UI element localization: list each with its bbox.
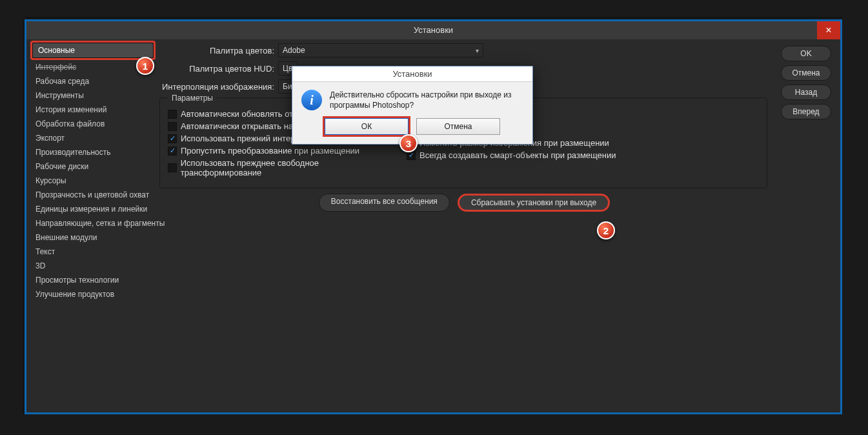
sidebar-item-transparency[interactable]: Прозрачность и цветовой охват — [30, 188, 156, 202]
hud-label: Палитра цветов HUD: — [159, 64, 274, 74]
close-button[interactable]: × — [817, 21, 840, 39]
check-skip-transform[interactable]: Пропустить преобразование при размещении — [168, 146, 398, 156]
palette-label: Палитра цветов: — [159, 46, 274, 56]
sidebar-item-export[interactable]: Экспорт — [30, 131, 156, 145]
sidebar-item-type[interactable]: Текст — [30, 245, 156, 259]
sidebar-item-productimprove[interactable]: Улучшение продуктов — [30, 287, 156, 301]
sidebar-item-guides[interactable]: Направляющие, сетка и фрагменты — [30, 216, 156, 230]
sidebar-item-history[interactable]: История изменений — [30, 103, 156, 117]
close-icon: × — [825, 25, 831, 36]
dialog-title: Установки — [292, 66, 532, 82]
forward-button[interactable]: Вперед — [781, 104, 831, 119]
dialog-text: Действительно сбросить настройки при вых… — [330, 90, 523, 110]
sidebar-item-general[interactable]: Основные — [32, 43, 154, 58]
window-title: Установки — [26, 21, 840, 39]
hud-value: Цв — [283, 64, 292, 73]
sidebar: Основные Интерфейс Рабочая среда Инструм… — [26, 39, 158, 412]
checkbox-icon — [168, 134, 177, 143]
sidebar-item-plugins[interactable]: Внешние модули — [30, 230, 156, 245]
sidebar-highlight-frame: Основные — [30, 41, 156, 60]
checkbox-icon — [168, 122, 177, 131]
palette-value: Adobe — [283, 46, 305, 55]
checkbox-icon — [168, 110, 177, 119]
sidebar-item-cursors[interactable]: Курсоры — [30, 174, 156, 188]
cancel-button[interactable]: Отмена — [781, 65, 831, 81]
action-column: OK Отмена Назад Вперед — [776, 39, 840, 412]
sidebar-item-tools[interactable]: Инструменты — [30, 88, 156, 103]
checkbox-icon — [168, 147, 177, 156]
marker-2: 2 — [597, 221, 615, 239]
check-smart-objects[interactable]: Всегда создавать смарт-объекты при разме… — [407, 150, 616, 160]
sidebar-item-3d[interactable]: 3D — [30, 259, 156, 273]
reset-on-exit-button[interactable]: Сбрасывать установки при выходе — [458, 194, 610, 212]
dialog-cancel-button[interactable]: Отмена — [416, 118, 500, 135]
interp-value: Би — [283, 82, 292, 91]
sidebar-item-filehandling[interactable]: Обработка файлов — [30, 117, 156, 131]
palette-select[interactable]: Adobe ▾ — [278, 43, 483, 57]
sidebar-item-workspace[interactable]: Рабочая среда — [30, 74, 156, 88]
marker-1: 1 — [136, 57, 154, 75]
check-legacy-freetransform[interactable]: Использовать прежднее свободное трансфор… — [168, 158, 398, 177]
sidebar-item-techpreviews[interactable]: Просмотры технологии — [30, 273, 156, 287]
restore-messages-button[interactable]: Восстановить все сообщения — [319, 194, 450, 212]
sidebar-item-scratchdisks[interactable]: Рабочие диски — [30, 159, 156, 174]
sidebar-item-units[interactable]: Единицы измерения и линейки — [30, 202, 156, 216]
checkbox-icon — [168, 163, 177, 172]
ok-button[interactable]: OK — [781, 46, 831, 61]
sidebar-item-performance[interactable]: Производительность — [30, 145, 156, 159]
chevron-down-icon: ▾ — [476, 47, 479, 54]
back-button[interactable]: Назад — [781, 85, 831, 100]
fieldset-legend: Параметры — [168, 94, 217, 103]
info-icon: i — [301, 90, 322, 110]
confirm-dialog: Установки i Действительно сбросить настр… — [292, 66, 533, 145]
marker-3: 3 — [399, 134, 418, 152]
dialog-ok-button[interactable]: ОК — [325, 118, 409, 135]
titlebar: Установки × — [26, 21, 840, 39]
interp-label: Интерполяция изображения: — [159, 82, 274, 92]
